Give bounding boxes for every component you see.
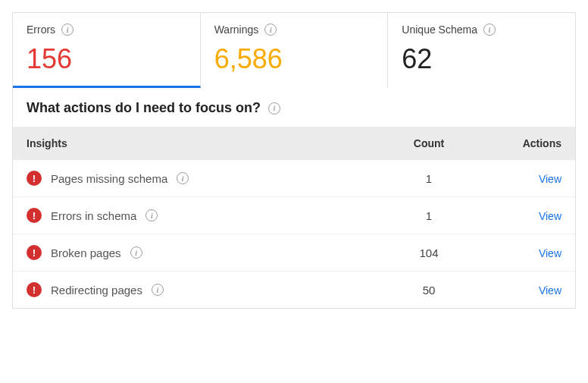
section-title-row: What actions do I need to focus on? i <box>13 88 575 127</box>
insight-label: Broken pages <box>51 246 121 259</box>
actions-cell: View <box>478 209 561 222</box>
stat-label-row: Errors i <box>27 24 186 36</box>
count-cell: 104 <box>380 246 478 259</box>
insight-cell: ! Errors in schema i <box>27 208 380 223</box>
count-cell: 1 <box>380 209 478 222</box>
view-link[interactable]: View <box>539 284 561 297</box>
table-row: ! Redirecting pages i 50 View <box>13 272 575 308</box>
stat-value-unique-schema: 62 <box>402 43 561 75</box>
info-icon[interactable]: i <box>61 24 74 36</box>
view-link[interactable]: View <box>539 173 561 185</box>
actions-cell: View <box>478 284 561 297</box>
error-icon: ! <box>27 208 42 223</box>
table-header: Insights Count Actions <box>13 127 575 160</box>
info-icon[interactable]: i <box>145 209 158 221</box>
table-row: ! Errors in schema i 1 View <box>13 197 575 234</box>
stat-card-warnings[interactable]: Warnings i 6,586 <box>201 13 389 88</box>
count-cell: 50 <box>380 284 478 297</box>
info-icon[interactable]: i <box>130 246 142 259</box>
info-icon[interactable]: i <box>483 24 496 36</box>
stat-label-warnings: Warnings <box>214 24 259 36</box>
insight-label: Errors in schema <box>51 209 136 222</box>
stat-card-unique-schema[interactable]: Unique Schema i 62 <box>388 13 575 88</box>
section-title: What actions do I need to focus on? <box>27 100 261 116</box>
count-cell: 1 <box>380 172 478 185</box>
view-link[interactable]: View <box>539 210 561 222</box>
actions-cell: View <box>478 246 561 259</box>
insight-label: Redirecting pages <box>51 284 142 297</box>
table-row: ! Broken pages i 104 View <box>13 234 575 272</box>
error-icon: ! <box>27 282 42 297</box>
insight-label: Pages missing schema <box>51 172 167 185</box>
info-icon[interactable]: i <box>177 172 189 184</box>
error-icon: ! <box>27 245 42 260</box>
actions-cell: View <box>478 172 561 185</box>
stat-label-errors: Errors <box>27 24 55 36</box>
dashboard: Errors i 156 Warnings i 6,586 Unique Sch… <box>12 12 576 309</box>
info-icon[interactable]: i <box>264 24 277 36</box>
stat-label-row: Warnings i <box>214 24 374 36</box>
stat-card-errors[interactable]: Errors i 156 <box>13 13 201 88</box>
stat-label-unique-schema: Unique Schema <box>402 24 477 36</box>
table-row: ! Pages missing schema i 1 View <box>13 160 575 197</box>
info-icon[interactable]: i <box>268 102 280 115</box>
stat-label-row: Unique Schema i <box>402 24 561 36</box>
view-link[interactable]: View <box>539 247 561 259</box>
info-icon[interactable]: i <box>152 284 164 296</box>
header-insights: Insights <box>27 137 380 149</box>
error-icon: ! <box>27 171 42 186</box>
stat-value-errors: 156 <box>27 43 186 75</box>
stats-row: Errors i 156 Warnings i 6,586 Unique Sch… <box>13 13 575 88</box>
insight-cell: ! Pages missing schema i <box>27 171 380 186</box>
header-actions: Actions <box>478 137 561 149</box>
header-count: Count <box>380 137 478 149</box>
stat-value-warnings: 6,586 <box>214 43 374 75</box>
insight-cell: ! Redirecting pages i <box>27 282 380 297</box>
insight-cell: ! Broken pages i <box>27 245 380 260</box>
